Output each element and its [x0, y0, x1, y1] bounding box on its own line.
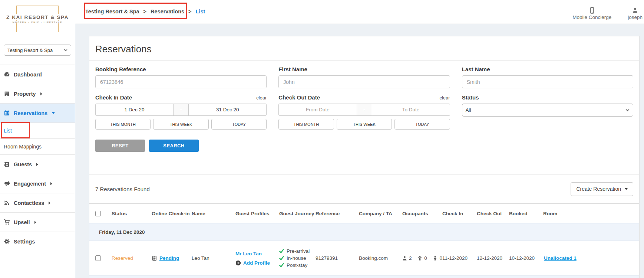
- guest-profile-link[interactable]: Mr Leo Tan: [235, 251, 262, 256]
- property-select[interactable]: Testing Resort & Spa: [4, 45, 71, 56]
- sidebar-item-room-mappings[interactable]: Room Mappings: [0, 139, 75, 155]
- online-checkin-link[interactable]: Pending: [159, 255, 179, 261]
- chevron-down-icon: [52, 112, 55, 114]
- status-select[interactable]: All: [462, 104, 633, 117]
- check-out-date: 12-12-2020: [477, 255, 509, 261]
- col-guest-journey: Guest Journey: [279, 211, 316, 216]
- topbar: Testing Resort & Spa > Reservations > Li…: [75, 0, 644, 23]
- online-checkin-cell: Pending: [152, 255, 192, 261]
- check-in-this-month-button[interactable]: THIS MONTH: [95, 119, 151, 130]
- breadcrumb-separator: >: [188, 9, 191, 14]
- col-guest-profiles: Guest Profiles: [235, 211, 279, 216]
- reservations-card: Reservations Booking Reference Check In …: [89, 36, 640, 278]
- chevron-right-icon: [40, 92, 42, 95]
- breadcrumb: Testing Resort & Spa > Reservations > Li…: [85, 9, 205, 14]
- room-allocation-link[interactable]: Unallocated 1: [543, 255, 633, 261]
- last-name-input[interactable]: [462, 75, 633, 88]
- add-profile-button[interactable]: Add Profile: [235, 260, 270, 266]
- create-reservation-button[interactable]: Create Reservation: [571, 182, 633, 196]
- check-in-from-input[interactable]: [95, 104, 173, 116]
- infants-count: 0: [439, 255, 442, 261]
- sidebar-item-label: Reservations: [14, 110, 47, 116]
- sidebar-item-upsell[interactable]: Upsell: [0, 213, 75, 232]
- filter-col-1: Booking Reference Check In Date clear - …: [95, 62, 267, 130]
- check-out-this-week-button[interactable]: THIS WEEK: [337, 119, 392, 130]
- sidebar-item-property[interactable]: Property: [0, 84, 75, 104]
- chevron-right-icon: [36, 163, 38, 166]
- adult-icon: [402, 256, 407, 261]
- gear-icon: [4, 238, 10, 245]
- search-button[interactable]: SEARCH: [149, 140, 199, 152]
- user-menu-button[interactable]: joseph: [628, 7, 643, 20]
- plus-circle-icon: [235, 260, 241, 266]
- sidebar-item-settings[interactable]: Settings: [0, 232, 75, 251]
- brand-logo: Z KAI RESORT & SPA MODERN · CHIC · LIFES…: [6, 5, 69, 33]
- breadcrumb-reservations[interactable]: Reservations: [151, 9, 184, 14]
- breadcrumb-separator: >: [143, 9, 146, 14]
- check-in-today-button[interactable]: TODAY: [211, 119, 267, 130]
- journey-post-stay: Post-stay: [279, 262, 316, 268]
- building-icon: [4, 91, 10, 97]
- check-out-today-button[interactable]: TODAY: [394, 119, 450, 130]
- col-company: Company / TA: [359, 211, 402, 216]
- children-count: 0: [424, 255, 427, 261]
- results-bar: 7 Reservations Found Create Reservation: [89, 174, 639, 204]
- status-select-value: All: [466, 107, 471, 113]
- username-label: joseph: [628, 14, 643, 20]
- sidebar-item-label: Room Mappings: [4, 144, 42, 150]
- check-in-to-input[interactable]: [189, 104, 267, 116]
- table-group-header-next: [89, 275, 639, 278]
- sidebar-item-reservations[interactable]: Reservations: [0, 104, 75, 123]
- sidebar-nav: Dashboard Property Reservations List: [0, 65, 75, 251]
- col-online-checkin: Online Check-in: [152, 211, 192, 216]
- breadcrumb-list[interactable]: List: [196, 9, 205, 14]
- megaphone-icon: [4, 180, 10, 187]
- mobile-concierge-button[interactable]: Mobile Concierge: [572, 7, 611, 20]
- sidebar-item-list[interactable]: List: [0, 123, 75, 139]
- sidebar-item-dashboard[interactable]: Dashboard: [0, 65, 75, 84]
- check-in-quick-buttons: THIS MONTH THIS WEEK TODAY: [95, 119, 267, 130]
- check-out-quick-buttons: THIS MONTH THIS WEEK TODAY: [278, 119, 450, 130]
- check-out-from-input[interactable]: [278, 104, 356, 116]
- sidebar-item-label: Contactless: [14, 200, 44, 206]
- dashboard-icon: [4, 71, 10, 78]
- first-name-input[interactable]: [278, 75, 450, 88]
- row-checkbox[interactable]: [95, 255, 101, 261]
- chevron-down-icon: [64, 49, 67, 52]
- check-in-this-week-button[interactable]: THIS WEEK: [153, 119, 208, 130]
- guest-journey-cell: Pre-arrival In-house Post-stay: [279, 248, 316, 268]
- reference-number: 91279391: [316, 255, 359, 261]
- first-name-label: First Name: [278, 66, 307, 72]
- check-in-clear-link[interactable]: clear: [256, 95, 267, 101]
- filter-actions: RESET SEARCH: [95, 140, 633, 174]
- main-content: Reservations Booking Reference Check In …: [75, 24, 644, 278]
- guest-name: Leo Tan: [192, 255, 235, 261]
- journey-pre-arrival: Pre-arrival: [279, 248, 316, 254]
- sidebar: Z KAI RESORT & SPA MODERN · CHIC · LIFES…: [0, 0, 75, 278]
- booking-reference-input[interactable]: [95, 75, 267, 88]
- chevron-right-icon: [50, 182, 52, 185]
- breadcrumb-property[interactable]: Testing Resort & Spa: [85, 9, 139, 14]
- property-select-value: Testing Resort & Spa: [7, 48, 53, 53]
- table-header: Status Online Check-in Name Guest Profil…: [89, 204, 639, 223]
- reset-button[interactable]: RESET: [95, 140, 145, 152]
- sidebar-item-label: Guests: [14, 161, 32, 167]
- sidebar-item-engagement[interactable]: Engagement: [0, 174, 75, 193]
- check-out-to-input[interactable]: [372, 104, 450, 116]
- col-booked: Booked: [509, 211, 543, 216]
- topbar-actions: Mobile Concierge joseph: [572, 3, 643, 20]
- sidebar-item-label: Dashboard: [14, 72, 42, 78]
- clipboard-icon: [152, 255, 157, 261]
- sidebar-item-label: Property: [14, 91, 36, 97]
- mobile-concierge-label: Mobile Concierge: [572, 14, 611, 20]
- sidebar-item-label: Engagement: [14, 181, 46, 187]
- sidebar-item-guests[interactable]: Guests: [0, 155, 75, 174]
- check-out-this-month-button[interactable]: THIS MONTH: [278, 119, 334, 130]
- chevron-right-icon: [34, 221, 36, 224]
- check-out-clear-link[interactable]: clear: [439, 95, 450, 101]
- date-range-separator: -: [173, 104, 189, 116]
- sidebar-item-contactless[interactable]: Contactless: [0, 193, 75, 213]
- col-check-out: Check Out: [477, 211, 509, 216]
- col-name: Name: [192, 211, 235, 216]
- select-all-checkbox[interactable]: [95, 211, 101, 216]
